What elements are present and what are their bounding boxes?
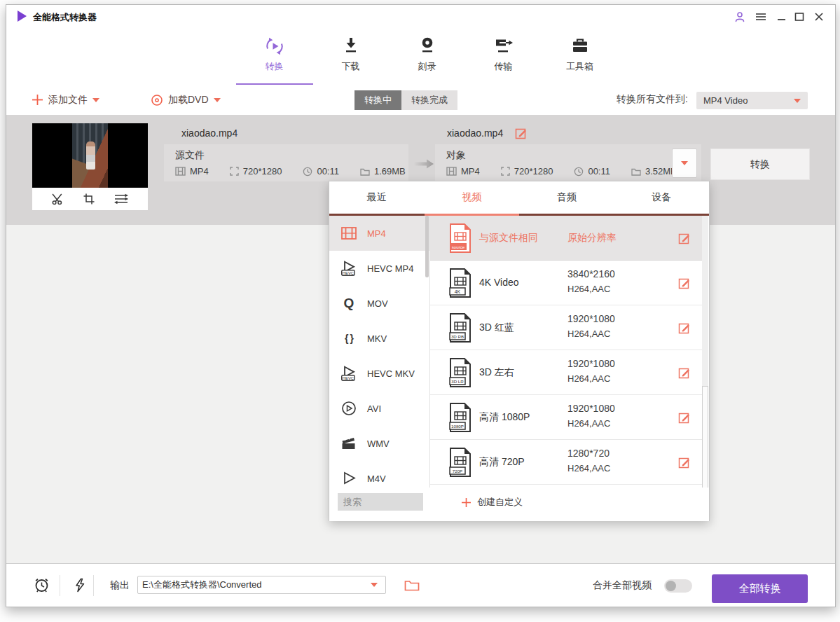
maximize-button[interactable] <box>794 10 804 24</box>
close-button[interactable] <box>814 10 824 24</box>
video-file-icon: 720P <box>448 448 472 477</box>
maximize-icon <box>794 12 804 22</box>
create-custom-button[interactable]: 创建自定义 <box>461 496 523 509</box>
video-file-icon: 1080P <box>448 403 472 432</box>
preset-codec: H264,AAC <box>567 418 610 429</box>
format-list-scrollbar[interactable] <box>425 216 429 277</box>
format-item-m4v[interactable]: M4V <box>329 461 429 488</box>
nav-tab-transfer[interactable]: 传输 <box>465 36 542 73</box>
svg-text:720P: 720P <box>453 469 462 474</box>
preset-codec: H264,AAC <box>567 373 610 384</box>
format-label: HEVC MP4 <box>367 263 413 274</box>
format-item-wmv[interactable]: WMV <box>329 426 429 461</box>
preset-row-4k[interactable]: 4K 4K Video 3840*2160 H264,AAC <box>430 261 703 305</box>
app-title: 全能格式转换器 <box>33 11 97 24</box>
tab-finished[interactable]: 转换完成 <box>401 90 457 110</box>
format-search-input[interactable] <box>338 493 423 511</box>
preset-list: source 与源文件相同 原始分辨率 4K 4K Video 3840*216… <box>430 216 703 485</box>
preset-row-3d-lr[interactable]: 3D LR 3D 左右 1920*1080 H264,AAC <box>430 350 703 395</box>
preset-resolution: 1280*720 <box>567 448 610 459</box>
target-resolution: 720*1280 <box>514 166 553 177</box>
circle-play-icon <box>340 400 357 417</box>
nav-tab-download[interactable]: 下载 <box>312 36 389 73</box>
effects-sliders-icon[interactable] <box>113 193 129 205</box>
edit-preset-icon[interactable] <box>678 411 691 424</box>
transfer-icon <box>494 36 514 57</box>
preset-row-3d-rb[interactable]: 3D RB 3D 红蓝 1920*1080 H264,AAC <box>430 305 703 350</box>
video-file-icon: 4K <box>448 268 472 298</box>
file-size-folder-icon <box>631 167 641 176</box>
nav-tab-label: 传输 <box>465 60 542 73</box>
preset-name: 3D 红蓝 <box>479 322 514 334</box>
format-item-mkv[interactable]: { } MKV <box>329 321 429 356</box>
high-speed-bolt-icon[interactable] <box>74 578 86 593</box>
preset-name: 高清 1080P <box>479 411 530 424</box>
resolution-icon <box>501 167 510 176</box>
preset-name: 高清 720P <box>479 456 525 469</box>
chevron-down-icon[interactable] <box>371 583 378 587</box>
target-format: MP4 <box>461 166 480 177</box>
output-format-value: MP4 Video <box>703 95 748 106</box>
edit-preset-icon[interactable] <box>678 456 691 469</box>
minimize-button[interactable] <box>777 10 786 24</box>
hevc-play-icon: HEVC <box>340 259 358 277</box>
panel-tab-audio[interactable]: 音频 <box>519 181 614 214</box>
format-item-avi[interactable]: AVI <box>329 391 429 426</box>
edit-preset-icon[interactable] <box>678 322 691 334</box>
preset-resolution: 3840*2160 <box>567 268 615 279</box>
crop-icon[interactable] <box>83 193 95 205</box>
svg-text:3D LR: 3D LR <box>451 379 464 384</box>
preset-row-same-as-source[interactable]: source 与源文件相同 原始分辨率 <box>430 216 703 261</box>
nav-tab-toolbox[interactable]: 工具箱 <box>542 36 618 73</box>
divider <box>93 575 94 596</box>
preset-row-720p[interactable]: 720P 高清 720P 1280*720 H264,AAC <box>430 440 703 485</box>
play-outline-icon <box>340 470 357 487</box>
rename-edit-icon[interactable] <box>515 127 528 139</box>
preset-resolution: 1920*1080 <box>567 358 615 369</box>
video-thumbnail[interactable] <box>32 123 148 188</box>
format-item-mp4[interactable]: MP4 <box>329 216 429 251</box>
account-button[interactable] <box>734 10 745 24</box>
nav-tab-label: 转换 <box>236 60 312 73</box>
output-path-input[interactable] <box>137 576 386 594</box>
format-dropdown-button[interactable] <box>672 148 697 178</box>
trim-scissors-icon[interactable] <box>51 193 64 205</box>
merge-videos-toggle[interactable] <box>664 579 692 593</box>
tab-converting[interactable]: 转换中 <box>354 90 401 110</box>
edit-preset-icon[interactable] <box>678 366 691 379</box>
format-item-hevc-mkv[interactable]: HEVC HEVC MKV <box>329 356 429 391</box>
panel-tab-device[interactable]: 设备 <box>614 181 710 214</box>
preset-name: 4K Video <box>479 277 519 288</box>
svg-text:HEVC: HEVC <box>343 271 354 275</box>
nav-tab-convert[interactable]: 转换 <box>236 36 312 73</box>
clapperboard-icon <box>340 436 357 451</box>
format-list: MP4 HEVC HEVC MP4 Q MOV { } MKV HEVC HEV… <box>329 216 430 488</box>
convert-row-button[interactable]: 转换 <box>710 148 810 180</box>
convert-all-button[interactable]: 全部转换 <box>712 574 808 603</box>
source-duration: 00:11 <box>317 166 339 177</box>
format-item-hevc-mp4[interactable]: HEVC HEVC MP4 <box>329 251 429 286</box>
target-duration: 00:11 <box>588 166 610 177</box>
panel-tab-video[interactable]: 视频 <box>425 181 520 214</box>
add-files-button[interactable]: 添加文件 <box>32 85 99 115</box>
source-size: 1.69MB <box>374 166 406 177</box>
title-bar: 全能格式转换器 <box>6 5 835 29</box>
output-format-select[interactable]: MP4 Video <box>696 92 808 109</box>
load-dvd-button[interactable]: 加载DVD <box>151 85 221 115</box>
edit-preset-icon[interactable] <box>678 277 691 289</box>
nav-tab-burn[interactable]: 刻录 <box>389 36 465 73</box>
resolution-icon <box>230 167 239 176</box>
preset-row-1080p[interactable]: 1080P 高清 1080P 1920*1080 H264,AAC <box>430 395 703 440</box>
chevron-down-icon <box>214 98 221 102</box>
svg-text:HEVC: HEVC <box>343 376 354 380</box>
schedule-alarm-icon[interactable] <box>33 576 50 594</box>
svg-text:source: source <box>452 244 465 249</box>
menu-button[interactable] <box>755 10 766 24</box>
panel-tab-recent[interactable]: 最近 <box>329 181 425 214</box>
open-folder-icon[interactable] <box>404 579 420 591</box>
format-item-mov[interactable]: Q MOV <box>329 286 429 321</box>
edit-preset-icon[interactable] <box>678 232 691 244</box>
chevron-down-icon <box>92 98 99 102</box>
format-picker-panel: 最近 视频 音频 设备 MP4 HEVC HEVC MP4 Q MOV { } … <box>329 181 710 521</box>
source-format: MP4 <box>190 166 209 177</box>
